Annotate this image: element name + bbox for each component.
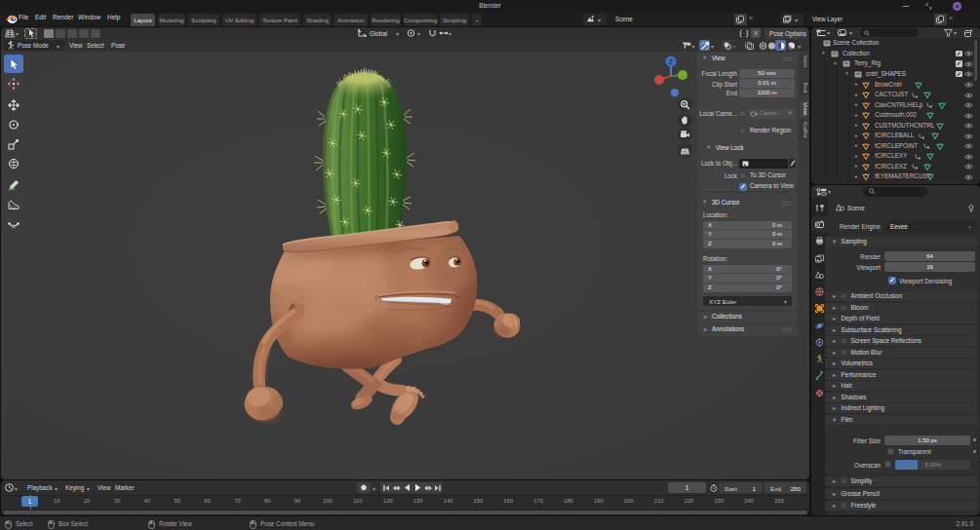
svg-text:Z: Z [669, 58, 674, 65]
